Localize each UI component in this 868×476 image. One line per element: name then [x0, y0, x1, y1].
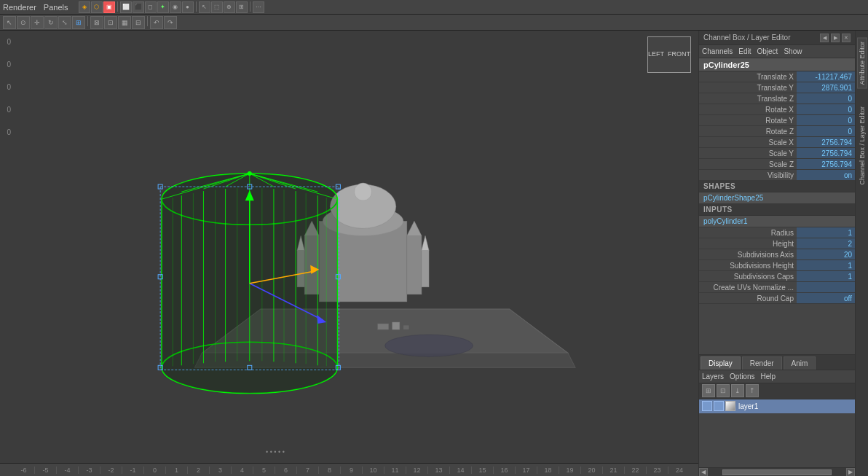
nav-cube[interactable]: LEFT FRONT	[647, 36, 691, 73]
tool-snap3[interactable]: ▦	[118, 16, 131, 29]
channel-val-tx[interactable]: -11217.467	[797, 71, 855, 82]
scrollbar-track[interactable]	[709, 469, 845, 475]
header-btn-2[interactable]: ▶	[831, 34, 840, 42]
toolbar-icon-14[interactable]: ⋯	[253, 1, 264, 13]
channel-row-ty[interactable]: Translate Y 2876.901	[699, 82, 855, 93]
layer-icon-1[interactable]: ⊞	[702, 384, 715, 397]
channel-val-sx[interactable]: 2756.794	[797, 137, 855, 147]
tool-rotate[interactable]: ↻	[44, 16, 58, 29]
channel-val-subdiv-caps[interactable]: 1	[797, 271, 855, 281]
input-name-row[interactable]: polyCylinder1	[699, 216, 855, 227]
channel-val-subdiv-axis[interactable]: 20	[797, 249, 855, 260]
channel-val-ty[interactable]: 2876.901	[797, 82, 855, 93]
tab-anim[interactable]: Anim	[784, 356, 816, 370]
tool-redo[interactable]: ↷	[164, 16, 177, 29]
layer-icon-3[interactable]: ⤓	[731, 384, 744, 397]
toolbar-separator-3	[250, 1, 250, 12]
inputs-section-header[interactable]: INPUTS	[699, 204, 855, 216]
channel-val-radius[interactable]: 1	[797, 227, 855, 238]
channel-row-rz[interactable]: Rotate Z 0	[699, 126, 855, 137]
channel-name-rz: Rotate Z	[699, 128, 797, 136]
tab-display[interactable]: Display	[701, 356, 741, 370]
channel-row-radius[interactable]: Radius 1	[699, 227, 855, 238]
header-btn-3[interactable]: ✕	[842, 34, 851, 42]
viewport[interactable]: 0 0 0 0 0 LEFT FRONT	[0, 31, 698, 476]
tool-move[interactable]: ✛	[31, 16, 44, 29]
toolbar-icon-11[interactable]: ⬚	[211, 1, 223, 13]
layer-vis-btn[interactable]	[702, 401, 712, 411]
viewport-canvas[interactable]: 0 0 0 0 0 LEFT FRONT	[0, 31, 698, 463]
help-menu[interactable]: Help	[760, 372, 776, 381]
layer-row[interactable]: layer1	[699, 399, 855, 414]
attr-editor-tab[interactable]: Attribute Editor	[857, 38, 867, 89]
toolbar-icon-4[interactable]: ⬜	[120, 1, 132, 13]
layers-menu[interactable]: Layers	[702, 372, 724, 381]
toolbar-icon-5[interactable]: ⬛	[133, 1, 144, 13]
panels-menu[interactable]: Panels	[44, 3, 68, 12]
channel-val-sz[interactable]: 2756.794	[797, 159, 855, 169]
channel-val-rx[interactable]: 0	[797, 104, 855, 114]
toolbar-icon-2[interactable]: ⬡	[91, 1, 103, 13]
header-btn-1[interactable]: ◀	[820, 34, 829, 42]
toolbar-icon-6[interactable]: ◻	[145, 1, 157, 13]
tool-lasso[interactable]: ⊙	[17, 16, 30, 29]
channel-row-rx[interactable]: Rotate X 0	[699, 104, 855, 115]
channel-val-rz[interactable]: 0	[797, 126, 855, 136]
channel-box-tab[interactable]: Channel Box / Layer Editor	[858, 104, 867, 188]
svg-point-5	[354, 183, 371, 200]
channel-row-sy[interactable]: Scale Y 2756.794	[699, 148, 855, 159]
tool-select[interactable]: ↖	[3, 16, 16, 29]
channel-val-tz[interactable]: 0	[797, 93, 855, 104]
layer-icon-2[interactable]: ⊡	[717, 384, 730, 397]
toolbar-icon-3[interactable]: ▣	[103, 1, 115, 13]
toolbar-icon-8[interactable]: ◉	[170, 1, 181, 13]
scrollbar-left-btn[interactable]: ◀	[699, 468, 708, 477]
channel-row-uvs[interactable]: Create UVs Normalize ...	[699, 282, 855, 293]
tool-snap4[interactable]: ⊟	[132, 16, 145, 29]
show-menu[interactable]: Show	[784, 47, 802, 55]
toolbar-icon-13[interactable]: ⊞	[236, 1, 248, 13]
channel-row-ry[interactable]: Rotate Y 0	[699, 115, 855, 126]
scrollbar-right-btn[interactable]: ▶	[846, 468, 855, 477]
channel-row-sz[interactable]: Scale Z 2756.794	[699, 159, 855, 170]
layers-list: layer1	[699, 399, 855, 418]
tool-scale[interactable]: ⤡	[58, 16, 71, 29]
layer-type-btn[interactable]	[714, 401, 724, 411]
layer-icon-4[interactable]: ⤒	[746, 384, 759, 397]
renderer-menu[interactable]: Renderer	[3, 3, 36, 12]
channel-val-vis[interactable]: on	[797, 170, 855, 180]
object-menu[interactable]: Object	[757, 47, 778, 55]
channels-menu[interactable]: Channels	[702, 47, 733, 55]
tab-render[interactable]: Render	[742, 356, 782, 370]
toolbar-icon-10[interactable]: ↖	[199, 1, 210, 13]
channel-val-ry[interactable]: 0	[797, 115, 855, 125]
toolbar-icon-7[interactable]: ✦	[157, 1, 169, 13]
toolbar-icon-1[interactable]: ◈	[79, 1, 90, 13]
options-menu[interactable]: Options	[730, 372, 754, 381]
channel-val-sy[interactable]: 2756.794	[797, 148, 855, 158]
layer-scrollbar[interactable]: ◀ ▶	[699, 467, 855, 476]
channel-row-subdiv-caps[interactable]: Subdivisions Caps 1	[699, 271, 855, 282]
tool-history[interactable]: ↶	[150, 16, 163, 29]
channel-row-tz[interactable]: Translate Z 0	[699, 93, 855, 104]
channel-row-sx[interactable]: Scale X 2756.794	[699, 137, 855, 148]
tool-snap2[interactable]: ⊡	[104, 16, 117, 29]
channel-val-subdiv-height[interactable]: 1	[797, 260, 855, 270]
channel-val-roundcap[interactable]: off	[797, 293, 855, 303]
toolbar-icon-9[interactable]: ●	[182, 1, 194, 13]
shapes-section-header[interactable]: SHAPES	[699, 181, 855, 192]
shape-name-row[interactable]: pCylinderShape25	[699, 192, 855, 204]
channel-row-tx[interactable]: Translate X -11217.467	[699, 71, 855, 82]
channel-row-height[interactable]: Height 2	[699, 238, 855, 249]
channel-name-radius: Radius	[699, 229, 797, 237]
toolbar-icon-12[interactable]: ⊕	[224, 1, 235, 13]
channel-row-roundcap[interactable]: Round Cap off	[699, 293, 855, 304]
channel-row-subdiv-axis[interactable]: Subdivisions Axis 20	[699, 249, 855, 260]
edit-menu[interactable]: Edit	[738, 47, 751, 55]
channel-row-subdiv-height[interactable]: Subdivisions Height 1	[699, 260, 855, 271]
channel-val-height[interactable]: 2	[797, 238, 855, 249]
tool-snap[interactable]: ⊠	[90, 16, 103, 29]
tool-transform[interactable]: ⊞	[72, 16, 85, 29]
channel-row-vis[interactable]: Visibility on	[699, 170, 855, 181]
channel-val-uvs[interactable]	[797, 282, 855, 292]
